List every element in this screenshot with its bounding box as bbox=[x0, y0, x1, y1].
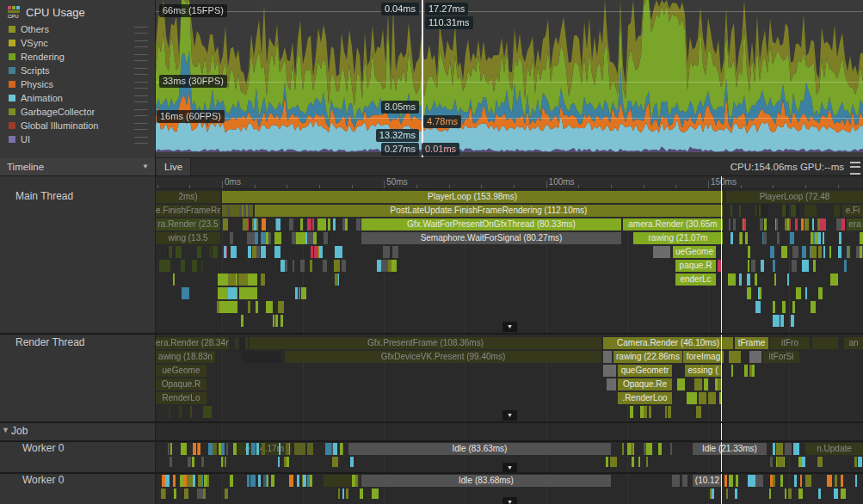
timeline-span-minor[interactable] bbox=[786, 205, 789, 217]
timeline-span-minor[interactable] bbox=[266, 301, 269, 313]
timeline-span-minor[interactable] bbox=[246, 443, 249, 455]
timeline-span-minor[interactable] bbox=[751, 260, 755, 272]
timeline-span-minor[interactable] bbox=[804, 205, 811, 217]
timeline-span-minor[interactable] bbox=[289, 475, 293, 487]
timeline-span-minor[interactable] bbox=[658, 443, 662, 455]
timeline-span-minor[interactable] bbox=[755, 205, 757, 217]
timeline-span-minor[interactable] bbox=[231, 475, 233, 487]
timeline-span-minor[interactable] bbox=[764, 218, 767, 230]
timeline-span-minor[interactable] bbox=[858, 457, 862, 467]
timeline-span-minor[interactable] bbox=[836, 218, 841, 230]
timeline-span[interactable]: e.Fi bbox=[842, 205, 863, 217]
timeline-span-minor[interactable] bbox=[184, 489, 188, 499]
timeline-span-minor[interactable] bbox=[644, 443, 646, 455]
timeline-span-minor[interactable] bbox=[174, 489, 176, 499]
timeline-span-minor[interactable] bbox=[805, 287, 807, 299]
timeline-playhead[interactable] bbox=[721, 176, 722, 504]
timeline-span-minor[interactable] bbox=[812, 337, 838, 349]
timeline-span-minor[interactable] bbox=[603, 365, 616, 377]
timeline-span-minor[interactable] bbox=[755, 301, 761, 313]
timeline-span-minor[interactable] bbox=[217, 301, 219, 313]
timeline-span-minor[interactable] bbox=[173, 274, 175, 286]
timeline-span-minor[interactable] bbox=[748, 475, 755, 487]
timeline-span-minor[interactable] bbox=[231, 246, 235, 258]
timeline-span-minor[interactable] bbox=[241, 315, 243, 327]
foldout-caret-icon[interactable]: ▼ bbox=[2, 426, 9, 434]
timeline-span-minor[interactable] bbox=[170, 443, 172, 455]
timeline-span[interactable]: .RenderLoo bbox=[618, 392, 672, 404]
timeline-span-minor[interactable] bbox=[275, 315, 278, 327]
timeline-span-minor[interactable] bbox=[792, 246, 798, 258]
timeline-span-minor[interactable] bbox=[248, 301, 250, 313]
timeline-span-minor[interactable] bbox=[805, 475, 811, 487]
timeline-span[interactable]: essing ( bbox=[685, 365, 721, 377]
timeline-span-minor[interactable] bbox=[747, 287, 751, 299]
timeline-span-minor[interactable] bbox=[251, 443, 256, 455]
timeline-span-minor[interactable] bbox=[235, 337, 238, 349]
legend-item-scripts[interactable]: Scripts bbox=[0, 64, 155, 77]
timeline-span-minor[interactable] bbox=[777, 457, 784, 467]
timeline-span-minor[interactable] bbox=[201, 457, 204, 467]
timeline-span-minor[interactable] bbox=[296, 232, 305, 244]
timeline-span[interactable]: ueGeome bbox=[673, 246, 716, 258]
timeline-span-minor[interactable] bbox=[289, 218, 293, 230]
timeline-span-minor[interactable] bbox=[765, 205, 768, 217]
cpu-usage-chart[interactable] bbox=[156, 0, 863, 158]
timeline-span-minor[interactable] bbox=[192, 457, 194, 467]
timeline-span[interactable]: Semaphore.WaitForSignal (80.27ms) bbox=[361, 232, 621, 244]
timeline-span-minor[interactable] bbox=[665, 406, 667, 418]
timeline-span[interactable]: rawing (22.86ms bbox=[613, 351, 682, 363]
timeline-span[interactable]: e.FinishFrameRende bbox=[156, 205, 220, 217]
timeline-span-minor[interactable] bbox=[262, 443, 265, 455]
timeline-span-minor[interactable] bbox=[835, 475, 837, 487]
expand-track-button[interactable]: ▼ bbox=[502, 497, 517, 504]
timeline-span-minor[interactable] bbox=[739, 274, 742, 286]
timeline-span[interactable]: Opaque.R bbox=[156, 378, 207, 390]
timeline-span-minor[interactable] bbox=[795, 218, 798, 230]
timeline-span-minor[interactable] bbox=[647, 443, 650, 455]
timeline-span-minor[interactable] bbox=[755, 274, 757, 286]
timeline-span-minor[interactable] bbox=[220, 287, 224, 299]
timeline-span-minor[interactable] bbox=[303, 475, 306, 487]
timeline-span-minor[interactable] bbox=[278, 457, 280, 467]
timeline-span-minor[interactable] bbox=[300, 218, 303, 230]
timeline-span-minor[interactable] bbox=[773, 475, 775, 487]
timeline-span-minor[interactable] bbox=[250, 475, 256, 487]
timeline-span-minor[interactable] bbox=[834, 205, 837, 217]
menu-icon[interactable] bbox=[850, 162, 860, 175]
timeline-span-minor[interactable] bbox=[173, 475, 176, 487]
timeline-span-minor[interactable] bbox=[225, 457, 226, 467]
drag-handle-icon[interactable] bbox=[134, 82, 148, 89]
timeline-span-minor[interactable] bbox=[227, 205, 230, 217]
timeline-span-minor[interactable] bbox=[169, 406, 170, 418]
timeline-span-minor[interactable] bbox=[161, 489, 165, 499]
timeline-span-minor[interactable] bbox=[730, 205, 732, 217]
timeline-span-minor[interactable] bbox=[342, 218, 345, 230]
timeline-span-minor[interactable] bbox=[704, 378, 708, 390]
timeline-span[interactable]: (10.12 bbox=[693, 475, 722, 487]
timeline-span-minor[interactable] bbox=[760, 218, 763, 230]
timeline-span-minor[interactable] bbox=[818, 246, 822, 258]
timeline-span-minor[interactable] bbox=[761, 260, 764, 272]
timeline-span-minor[interactable] bbox=[798, 457, 801, 467]
timeline-span-minor[interactable] bbox=[813, 260, 816, 272]
timeline-span-minor[interactable] bbox=[248, 246, 251, 258]
timeline-span-minor[interactable] bbox=[839, 232, 841, 244]
timeline-span-minor[interactable] bbox=[247, 475, 250, 487]
timeline-span[interactable]: amera.Render (30.65m bbox=[623, 218, 723, 230]
timeline-span-minor[interactable] bbox=[776, 443, 783, 455]
timeline-span-minor[interactable] bbox=[749, 351, 761, 363]
timeline-span-minor[interactable] bbox=[333, 443, 337, 455]
timeline-span-minor[interactable] bbox=[310, 260, 312, 272]
timeline-span-minor[interactable] bbox=[232, 274, 236, 286]
timeline-span-minor[interactable] bbox=[310, 475, 312, 487]
timeline-span-minor[interactable] bbox=[213, 443, 217, 455]
timeline-span-minor[interactable] bbox=[192, 260, 195, 272]
timeline-span-minor[interactable] bbox=[745, 232, 748, 244]
timeline-span-minor[interactable] bbox=[777, 232, 780, 244]
timeline-span-minor[interactable] bbox=[728, 274, 736, 286]
timeline-span-minor[interactable] bbox=[743, 218, 746, 230]
timeline-span-minor[interactable] bbox=[325, 443, 331, 455]
timeline-span-minor[interactable] bbox=[284, 457, 287, 467]
timeline-span-minor[interactable] bbox=[812, 246, 817, 258]
